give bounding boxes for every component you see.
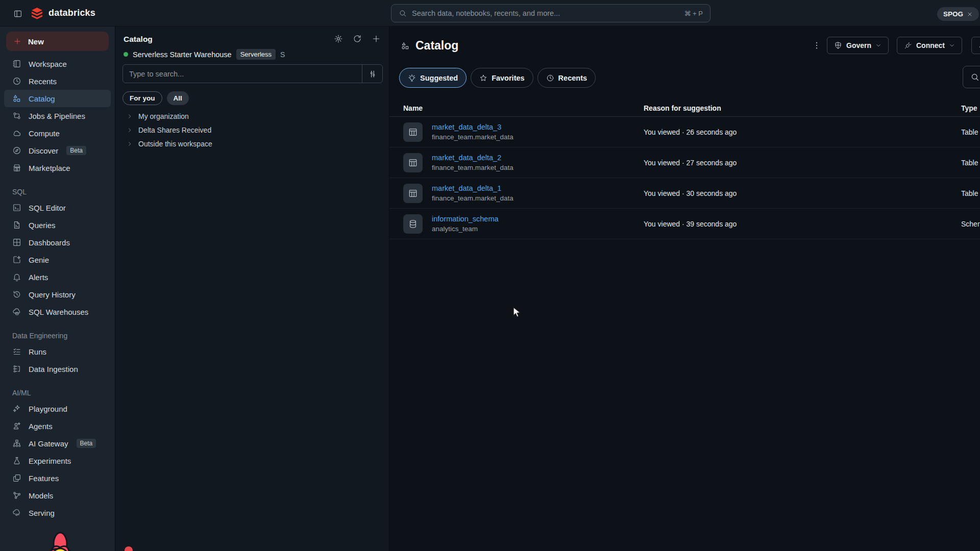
sidebar-item-data-ingestion[interactable]: Data Ingestion xyxy=(4,360,111,378)
sidebar-item-playground[interactable]: Playground xyxy=(4,400,111,417)
tab-suggested[interactable]: Suggested xyxy=(399,68,467,88)
sidebar-item-queries[interactable]: Queries xyxy=(4,216,111,234)
sidebar-item-catalog[interactable]: Catalog xyxy=(4,90,111,107)
tree-item-my-organization[interactable]: My organization xyxy=(115,109,389,123)
warehouse-row[interactable]: Serverless Starter Warehouse Serverless … xyxy=(124,49,285,60)
sidebar-item-alerts[interactable]: Alerts xyxy=(4,268,111,286)
suggestion-tabs: Suggested Favorites Recents xyxy=(399,68,596,88)
sidebar: New Workspace Recents Catalog Jobs & Pip… xyxy=(0,27,115,551)
govern-button[interactable]: Govern xyxy=(827,37,889,54)
close-icon[interactable] xyxy=(967,11,973,17)
table-header-row: Name Reason for suggestion Type xyxy=(389,100,980,117)
ai-gateway-icon xyxy=(12,439,21,448)
warehouse-truncated-text: S xyxy=(280,51,285,59)
global-search[interactable]: ⌘ + P xyxy=(391,4,710,22)
gear-icon[interactable] xyxy=(333,33,344,44)
table-icon xyxy=(403,153,423,172)
panel-search-input[interactable] xyxy=(123,65,362,83)
panel-search[interactable] xyxy=(122,64,383,83)
table-icon xyxy=(403,122,423,142)
sidebar-item-label: Query History xyxy=(29,290,76,299)
sidebar-item-ai-gateway[interactable]: AI Gateway Beta xyxy=(4,435,111,452)
chevron-right-icon xyxy=(127,113,133,119)
sidebar-item-runs[interactable]: Runs xyxy=(4,343,111,360)
column-header-reason: Reason for suggestion xyxy=(644,104,961,112)
asset-name-link[interactable]: market_data_delta_2 xyxy=(432,154,513,162)
sidebar-item-marketplace[interactable]: Marketplace xyxy=(4,159,111,177)
tree-item-outside-this-workspace[interactable]: Outside this workspace xyxy=(115,137,389,151)
table-row[interactable]: market_data_delta_1 finance_team.market_… xyxy=(389,178,980,209)
sidebar-item-query-history[interactable]: Query History xyxy=(4,286,111,303)
data-ingestion-icon xyxy=(12,364,21,373)
search-shortcut: ⌘ + P xyxy=(684,10,703,17)
tab-recents[interactable]: Recents xyxy=(537,68,596,88)
agents-icon xyxy=(12,421,21,431)
plus-icon xyxy=(13,37,21,45)
suggestion-reason: You viewed · 26 seconds ago xyxy=(644,128,961,136)
plug-icon xyxy=(904,41,912,49)
partially-visible-button[interactable] xyxy=(971,37,980,54)
sidebar-toggle-icon[interactable] xyxy=(11,7,24,20)
table-row[interactable]: market_data_delta_2 finance_team.market_… xyxy=(389,147,980,178)
sidebar-item-discover[interactable]: Discover Beta xyxy=(4,142,111,159)
star-icon xyxy=(479,74,487,82)
tab-label: Recents xyxy=(558,74,587,82)
asset-type: Table xyxy=(961,189,980,197)
suggestions-table: Name Reason for suggestion Type market_d… xyxy=(389,100,980,239)
panel-title: Catalog xyxy=(124,35,153,44)
devtools-flower-logo[interactable] xyxy=(26,532,97,551)
sidebar-item-agents[interactable]: Agents xyxy=(4,417,111,435)
sidebar-item-experiments[interactable]: Experiments xyxy=(4,452,111,469)
marketplace-icon xyxy=(12,163,21,172)
filter-pill-for-you[interactable]: For you xyxy=(122,91,162,105)
asset-type: Schema xyxy=(961,220,980,228)
workspace-badge[interactable]: SPOG xyxy=(937,7,979,21)
global-search-input[interactable] xyxy=(412,9,679,17)
table-search-button[interactable] xyxy=(963,66,980,88)
new-button[interactable]: New xyxy=(6,32,109,51)
asset-name-link[interactable]: market_data_delta_1 xyxy=(432,184,513,192)
sidebar-item-recents[interactable]: Recents xyxy=(4,72,111,90)
tree-item-label: Delta Shares Received xyxy=(138,126,211,134)
sidebar-item-genie[interactable]: Genie xyxy=(4,251,111,268)
genie-icon xyxy=(12,255,21,264)
asset-parent-path: finance_team.market_data xyxy=(432,194,513,202)
asset-type: Table xyxy=(961,159,980,167)
catalog-explorer-panel: Catalog Serverless Starter Warehouse Ser… xyxy=(115,27,389,551)
features-icon xyxy=(12,473,21,483)
refresh-icon[interactable] xyxy=(352,33,363,44)
sidebar-item-sql-editor[interactable]: SQL Editor xyxy=(4,199,111,216)
kebab-menu-icon[interactable] xyxy=(809,38,824,53)
sidebar-item-serving[interactable]: Serving xyxy=(4,504,111,521)
sidebar-item-workspace[interactable]: Workspace xyxy=(4,55,111,72)
sidebar-item-label: Serving xyxy=(29,509,55,517)
sidebar-item-compute[interactable]: Compute xyxy=(4,124,111,142)
topbar: databricks ⌘ + P SPOG xyxy=(0,0,980,27)
pill-label: For you xyxy=(130,94,155,102)
tree-item-delta-shares-received[interactable]: Delta Shares Received xyxy=(115,123,389,137)
brand[interactable]: databricks xyxy=(31,7,95,19)
brand-name: databricks xyxy=(48,8,95,18)
sidebar-item-dashboards[interactable]: Dashboards xyxy=(4,234,111,251)
asset-name-link[interactable]: information_schema xyxy=(432,215,499,223)
table-row[interactable]: market_data_delta_3 finance_team.market_… xyxy=(389,117,980,147)
asset-name-link[interactable]: market_data_delta_3 xyxy=(432,123,513,131)
sidebar-item-label: Features xyxy=(29,474,59,483)
table-icon xyxy=(403,184,423,203)
sidebar-item-models[interactable]: Models xyxy=(4,487,111,504)
tab-favorites[interactable]: Favorites xyxy=(471,68,533,88)
shield-icon xyxy=(834,41,842,49)
sidebar-item-jobs-pipelines[interactable]: Jobs & Pipelines xyxy=(4,107,111,124)
filter-icon[interactable] xyxy=(362,65,382,83)
sidebar-item-sql-warehouses[interactable]: SQL Warehouses xyxy=(4,303,111,320)
sidebar-item-label: SQL Editor xyxy=(29,204,66,212)
column-header-type: Type xyxy=(961,104,980,112)
filter-pill-all[interactable]: All xyxy=(167,91,189,105)
warehouse-serverless-badge: Serverless xyxy=(236,49,276,60)
table-row[interactable]: information_schema analytics_team You vi… xyxy=(389,209,980,239)
sidebar-item-features[interactable]: Features xyxy=(4,469,111,487)
suggestion-reason: You viewed · 27 seconds ago xyxy=(644,159,961,167)
add-icon[interactable] xyxy=(371,33,382,44)
tab-label: Favorites xyxy=(492,74,524,82)
connect-button[interactable]: Connect xyxy=(897,37,962,54)
